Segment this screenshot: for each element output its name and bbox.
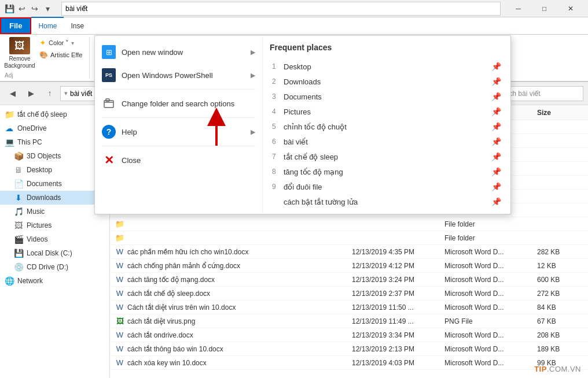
sidebar-item-music[interactable]: 🎵 Music xyxy=(0,205,109,218)
frequent-label: Documents xyxy=(284,92,322,101)
title-bar-icons: 💾 ↩ ↪ ▾ xyxy=(5,4,52,13)
frequent-num: 3 xyxy=(272,92,280,101)
sidebar-label-documents: Documents xyxy=(27,180,62,188)
frequent-num: 4 xyxy=(272,108,280,116)
sidebar: 📁 tắt chế độ sleep ☁ OneDrive 💻 This PC … xyxy=(0,105,110,378)
tab-insert[interactable]: Inse xyxy=(64,17,91,34)
frequent-item-pictures[interactable]: 4 Pictures 📌 xyxy=(270,104,504,119)
file-size: 208 KB xyxy=(537,331,583,339)
menu-item-open-new-window[interactable]: ⊞ Open new window ▶ xyxy=(95,40,262,64)
sidebar-item-downloads[interactable]: ⬇ Downloads xyxy=(0,191,109,205)
frequent-num: 6 xyxy=(272,138,280,146)
sidebar-item-tat-che-do-sleep[interactable]: 📁 tắt chế độ sleep xyxy=(0,108,109,121)
color-button[interactable]: ✦ Color ˅ ▾ xyxy=(37,37,84,49)
tab-file[interactable]: File xyxy=(0,17,31,34)
sidebar-item-cd-drive-d[interactable]: 💿 CD Drive (D:) xyxy=(0,260,109,274)
frequent-item-documents[interactable]: 3 Documents 📌 xyxy=(270,89,504,104)
frequent-item-chinh-toc-do-chuot[interactable]: 5 chỉnh tốc độ chuột 📌 xyxy=(270,119,504,134)
frequent-item-tat-che-do-sleep[interactable]: 7 tắt chế độ sleep 📌 xyxy=(270,149,504,164)
frequent-num: 5 xyxy=(272,123,280,131)
network-icon: 🌐 xyxy=(5,276,14,286)
file-size: 600 KB xyxy=(537,276,583,284)
minimize-button[interactable]: ─ xyxy=(505,0,531,17)
pin-icon: 📌 xyxy=(491,107,501,116)
ribbon-group-top: 🖼 Remove Background ✦ Color ˅ ▾ 🎨 Artist… xyxy=(5,37,84,71)
save-icon[interactable]: 💾 xyxy=(5,4,14,13)
frequent-item-desktop[interactable]: 1 Desktop 📌 xyxy=(270,59,504,74)
frequent-item-tang-toc-do-mang[interactable]: 8 tăng tốc độ mạng 📌 xyxy=(270,164,504,179)
frequent-item-bai-viet[interactable]: 6 bài viết 📌 xyxy=(270,134,504,149)
table-row[interactable]: Wcách xóa key win 10.docx 12/13/2019 4:0… xyxy=(110,356,588,370)
word-file-icon: W xyxy=(115,344,125,354)
title-bar: 💾 ↩ ↪ ▾ bài viết ─ □ ✕ xyxy=(0,0,588,17)
current-path: bài viết xyxy=(70,90,92,98)
sidebar-item-this-pc[interactable]: 💻 This PC xyxy=(0,135,109,149)
remove-background-button[interactable]: 🖼 Remove Background xyxy=(5,37,35,69)
tab-home[interactable]: Home xyxy=(31,17,64,34)
ribbon-tabs: File Home Inse xyxy=(0,17,588,35)
undo-icon[interactable]: ↩ xyxy=(17,4,27,13)
file-date: 12/13/2019 3:34 PM xyxy=(352,331,444,339)
back-button[interactable]: ◀ xyxy=(5,86,21,102)
sidebar-item-network[interactable]: 🌐 Network xyxy=(0,274,109,288)
music-icon: 🎵 xyxy=(14,207,23,216)
file-menu-dropdown[interactable]: ⊞ Open new window ▶ PS Open Windows Powe… xyxy=(94,35,511,214)
sidebar-item-desktop[interactable]: 🖥 Desktop xyxy=(0,163,109,177)
file-size: 272 KB xyxy=(537,290,583,298)
color-icon: ✦ xyxy=(39,38,46,47)
frequent-item-downloads[interactable]: 2 Downloads 📌 xyxy=(270,74,504,89)
path-bar[interactable]: bài viết xyxy=(61,2,501,16)
table-row[interactable]: Wcách tắt chế độ sleep.docx 12/13/2019 2… xyxy=(110,287,588,301)
pin-icon: 📌 xyxy=(491,137,501,146)
sidebar-item-3d-objects[interactable]: 📦 3D Objects xyxy=(0,149,109,163)
table-row[interactable]: Wcách tắt thông báo win 10.docx 12/13/20… xyxy=(110,342,588,356)
file-type: Microsoft Word D... xyxy=(444,248,537,256)
pin-icon: 📌 xyxy=(491,197,501,206)
table-row[interactable]: 📁 File folder xyxy=(110,231,588,245)
file-type: PNG File xyxy=(444,317,537,325)
sidebar-item-local-disk-c[interactable]: 💾 Local Disk (C:) xyxy=(0,246,109,260)
file-menu-right: Frequent places 1 Desktop 📌 2 Downloads … xyxy=(263,36,510,214)
forward-button[interactable]: ▶ xyxy=(23,86,39,102)
table-row[interactable]: Wcách tăng tốc độ mạng.docx 12/13/2019 3… xyxy=(110,273,588,287)
folder-file-icon: 📁 xyxy=(115,220,125,229)
file-name: Cách tắt diệt virus trên win 10.docx xyxy=(127,303,236,312)
sidebar-label-tat-che-do-sleep: tắt chế độ sleep xyxy=(17,110,67,118)
pin-icon: 📌 xyxy=(491,152,501,161)
sidebar-item-videos[interactable]: 🎬 Videos xyxy=(0,232,109,246)
videos-icon: 🎬 xyxy=(14,235,23,244)
col-header-size[interactable]: Size xyxy=(537,109,583,117)
word-file-icon: W xyxy=(115,247,125,257)
file-size: 12 KB xyxy=(537,262,583,270)
sidebar-label-onedrive: OneDrive xyxy=(17,124,47,132)
pin-icon: 📌 xyxy=(491,122,501,131)
table-row[interactable]: Wcác phần mềm hữu ích cho win10.docx 12/… xyxy=(110,245,588,259)
branding: TIP.COM.VN xyxy=(534,365,581,373)
sidebar-item-onedrive[interactable]: ☁ OneDrive xyxy=(0,121,109,135)
more-icon[interactable]: ▾ xyxy=(43,4,52,13)
frequent-item-doi-duoi-file[interactable]: 9 đổi đuôi file 📌 xyxy=(270,179,504,194)
table-row[interactable]: 🖼cách tắt diệt virus.png 12/13/2019 11:4… xyxy=(110,314,588,328)
up-button[interactable]: ↑ xyxy=(42,86,58,102)
maximize-button[interactable]: □ xyxy=(531,0,557,17)
frequent-item-cach-bat-tat-tuong-lua[interactable]: cách bật tắt tường lửa 📌 xyxy=(270,194,504,209)
file-date: 12/13/2019 4:12 PM xyxy=(352,262,444,270)
table-row[interactable]: Wcách tắt ondrive.docx 12/13/2019 3:34 P… xyxy=(110,328,588,342)
menu-item-open-powershell[interactable]: PS Open Windows PowerShell ▶ xyxy=(95,64,262,87)
sidebar-item-pictures[interactable]: 🖼 Pictures xyxy=(0,218,109,232)
frequent-label: tắt chế độ sleep xyxy=(284,153,338,161)
color-label: Color ˅ xyxy=(49,39,69,47)
sidebar-item-documents[interactable]: 📄 Documents xyxy=(0,177,109,191)
svg-rect-1 xyxy=(106,99,109,101)
file-name: cách tăng tốc độ mạng.docx xyxy=(127,276,215,284)
frequent-places-title: Frequent places xyxy=(270,40,504,54)
file-name: cách tắt chế độ sleep.docx xyxy=(127,290,210,298)
artistic-button[interactable]: 🎨 Artistic Effe xyxy=(37,50,84,60)
close-button[interactable]: ✕ xyxy=(557,0,583,17)
table-row[interactable]: 📁 File folder xyxy=(110,217,588,231)
frequent-label: cách bật tắt tường lửa xyxy=(284,198,358,206)
file-size: 67 KB xyxy=(537,317,583,325)
redo-icon[interactable]: ↪ xyxy=(30,4,39,13)
table-row[interactable]: WCách tắt diệt virus trên win 10.docx 12… xyxy=(110,301,588,314)
table-row[interactable]: Wcách chống phân mảnh ổ cứng.docx 12/13/… xyxy=(110,259,588,273)
